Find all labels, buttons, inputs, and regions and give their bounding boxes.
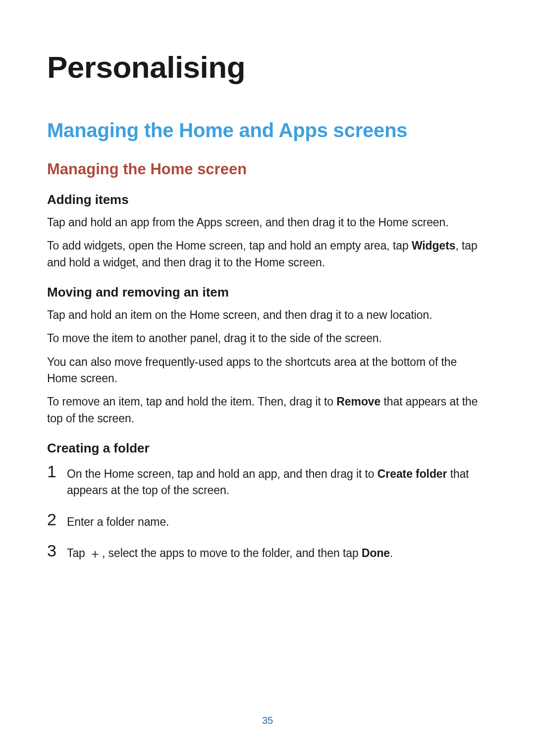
step-item: 1 On the Home screen, tap and hold an ap…	[47, 463, 488, 499]
step-number: 3	[47, 542, 60, 559]
paragraph: To move the item to another panel, drag …	[47, 330, 488, 347]
step-text: Enter a folder name.	[67, 511, 169, 530]
bold-label-done: Done	[362, 547, 390, 559]
text-fragment: To remove an item, tap and hold the item…	[47, 395, 336, 408]
step-number: 1	[47, 463, 60, 480]
heading-adding-items: Adding items	[47, 192, 488, 207]
heading-creating-folder: Creating a folder	[47, 441, 488, 456]
bold-label-create-folder: Create folder	[377, 467, 447, 480]
paragraph: To remove an item, tap and hold the item…	[47, 394, 488, 427]
text-fragment: Tap	[67, 547, 88, 559]
document-page: Personalising Managing the Home and Apps…	[0, 0, 535, 756]
paragraph: Tap and hold an item on the Home screen,…	[47, 307, 488, 323]
section-heading-managing-home-apps: Managing the Home and Apps screens	[47, 119, 488, 142]
paragraph: Tap and hold an app from the Apps screen…	[47, 214, 488, 231]
text-fragment: , select the apps to move to the folder,…	[102, 547, 362, 559]
heading-moving-removing: Moving and removing an item	[47, 285, 488, 300]
text-fragment: .	[390, 547, 393, 559]
bold-label-widgets: Widgets	[412, 239, 456, 252]
section-moving-removing: Moving and removing an item Tap and hold…	[47, 285, 488, 427]
step-number: 2	[47, 511, 60, 528]
subsection-heading-managing-home: Managing the Home screen	[47, 160, 488, 178]
paragraph: To add widgets, open the Home screen, ta…	[47, 238, 488, 271]
paragraph: You can also move frequently-used apps t…	[47, 354, 488, 387]
step-item: 2 Enter a folder name.	[47, 511, 488, 530]
page-title: Personalising	[47, 50, 488, 85]
page-number: 35	[0, 715, 535, 726]
bold-label-remove: Remove	[336, 395, 380, 408]
text-fragment: To add widgets, open the Home screen, ta…	[47, 239, 412, 252]
numbered-steps: 1 On the Home screen, tap and hold an ap…	[47, 463, 488, 561]
step-text: Tap ＋, select the apps to move to the fo…	[67, 542, 393, 561]
section-creating-folder: Creating a folder 1 On the Home screen, …	[47, 441, 488, 561]
plus-icon: ＋	[88, 549, 102, 558]
step-text: On the Home screen, tap and hold an app,…	[67, 463, 488, 499]
text-fragment: On the Home screen, tap and hold an app,…	[67, 467, 377, 480]
step-item: 3 Tap ＋, select the apps to move to the …	[47, 542, 488, 561]
section-adding-items: Adding items Tap and hold an app from th…	[47, 192, 488, 271]
